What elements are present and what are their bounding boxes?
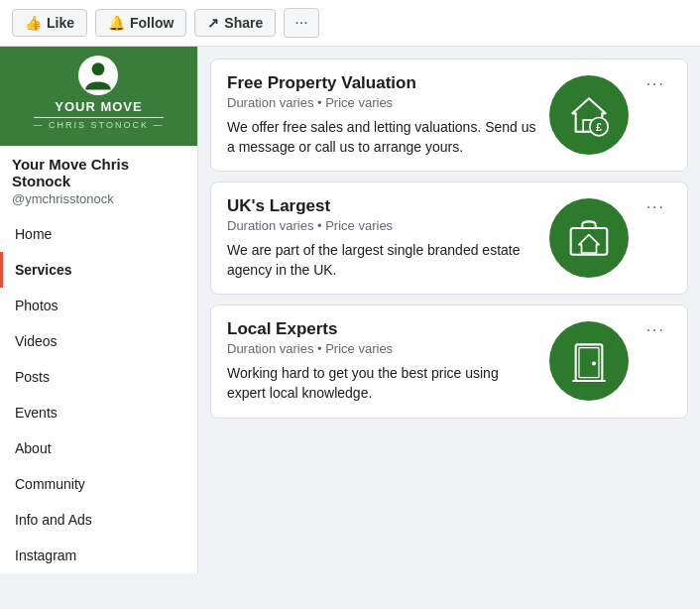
sidebar-item-services[interactable]: Services — [0, 252, 197, 288]
service-card-uks-largest: UK's Largest Duration varies • Price var… — [210, 182, 688, 295]
logo-main-text: YOUR MOVE — [55, 99, 142, 115]
card-body-1: Free Property Valuation Duration varies … — [227, 73, 629, 157]
profile-section: YOUR MOVE — CHRIS STONOCK — — [0, 47, 197, 146]
page-logo: YOUR MOVE — CHRIS STONOCK — — [34, 56, 165, 130]
card-meta-1: Duration varies • Price varies — [227, 95, 537, 110]
card-more-button-2[interactable]: ··· — [641, 196, 671, 218]
follow-label: Follow — [130, 15, 174, 31]
svg-point-0 — [92, 63, 105, 76]
share-label: Share — [224, 15, 263, 31]
logo-circle-icon — [78, 56, 118, 95]
card-desc-1: We offer free sales and letting valuatio… — [227, 118, 537, 157]
sidebar-item-posts[interactable]: Posts — [0, 359, 197, 395]
sidebar: YOUR MOVE — CHRIS STONOCK — Your Move Ch… — [0, 47, 198, 573]
svg-rect-8 — [579, 348, 599, 378]
like-label: Like — [47, 15, 74, 31]
share-button[interactable]: ↗ Share — [194, 9, 276, 37]
card-body-3: Local Experts Duration varies • Price va… — [227, 319, 629, 403]
svg-point-9 — [592, 362, 596, 366]
sidebar-item-about[interactable]: About — [0, 430, 197, 466]
like-icon: 👍 — [25, 15, 42, 31]
svg-marker-6 — [579, 235, 599, 253]
card-text-1: Free Property Valuation Duration varies … — [227, 73, 537, 157]
follow-icon: 🔔 — [108, 15, 125, 31]
page-handle: @ymchrisstonock — [0, 191, 197, 216]
sidebar-item-videos[interactable]: Videos — [0, 323, 197, 359]
svg-rect-7 — [575, 345, 602, 382]
door-icon — [549, 321, 629, 401]
page-name: Your Move Chris Stonock — [0, 146, 197, 191]
card-text-3: Local Experts Duration varies • Price va… — [227, 319, 537, 403]
card-meta-3: Duration varies • Price varies — [227, 341, 537, 356]
services-content: Free Property Valuation Duration varies … — [198, 47, 700, 573]
sidebar-item-info-and-ads[interactable]: Info and Ads — [0, 502, 197, 538]
card-meta-2: Duration varies • Price varies — [227, 218, 537, 233]
svg-rect-5 — [570, 228, 607, 255]
follow-button[interactable]: 🔔 Follow — [95, 9, 186, 37]
card-body-2: UK's Largest Duration varies • Price var… — [227, 196, 629, 280]
svg-text:£: £ — [596, 121, 602, 133]
sidebar-item-home[interactable]: Home — [0, 216, 197, 252]
card-title-1: Free Property Valuation — [227, 73, 537, 93]
briefcase-house-icon — [549, 198, 629, 278]
main-layout: YOUR MOVE — CHRIS STONOCK — Your Move Ch… — [0, 47, 700, 573]
card-desc-3: Working hard to get you the best price u… — [227, 364, 537, 403]
house-pound-icon: £ — [549, 75, 629, 155]
share-icon: ↗ — [207, 15, 219, 31]
card-desc-2: We are part of the largest single brande… — [227, 241, 537, 280]
card-title-3: Local Experts — [227, 319, 537, 339]
card-more-button-1[interactable]: ··· — [641, 73, 671, 95]
card-more-button-3[interactable]: ··· — [641, 319, 671, 341]
card-text-2: UK's Largest Duration varies • Price var… — [227, 196, 537, 280]
sidebar-item-instagram[interactable]: Instagram — [0, 538, 197, 573]
top-bar: 👍 Like 🔔 Follow ↗ Share ··· — [0, 0, 700, 47]
card-title-2: UK's Largest — [227, 196, 537, 216]
sidebar-item-events[interactable]: Events — [0, 395, 197, 430]
service-card-free-property-valuation: Free Property Valuation Duration varies … — [210, 59, 688, 172]
sidebar-item-community[interactable]: Community — [0, 466, 197, 502]
like-button[interactable]: 👍 Like — [12, 9, 87, 37]
sidebar-item-photos[interactable]: Photos — [0, 288, 197, 323]
logo-sub-text: — CHRIS STONOCK — — [34, 117, 165, 130]
more-options-button[interactable]: ··· — [284, 8, 318, 38]
service-card-local-experts: Local Experts Duration varies • Price va… — [210, 304, 688, 418]
more-label: ··· — [294, 14, 307, 31]
